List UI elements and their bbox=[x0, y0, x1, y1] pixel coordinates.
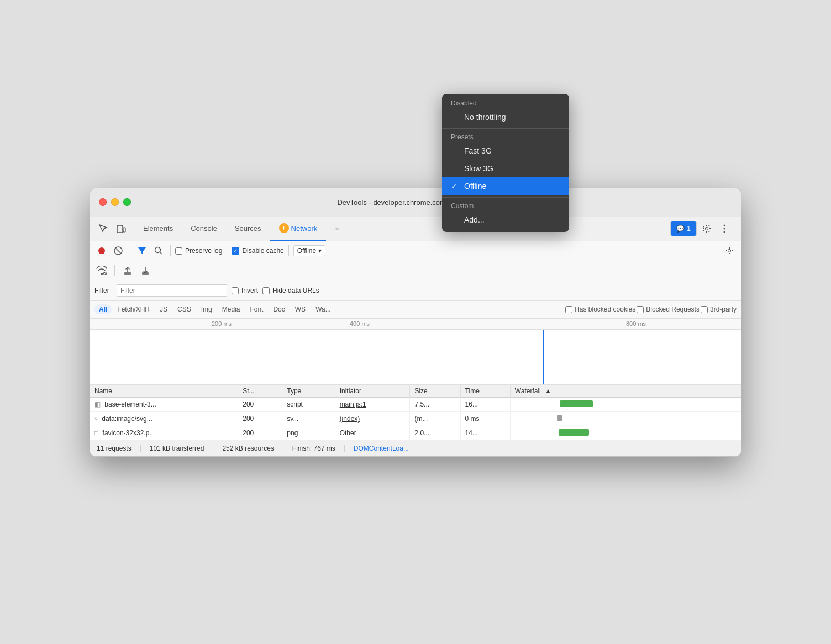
svg-line-7 bbox=[115, 248, 121, 254]
hide-data-urls-label[interactable]: Hide data URLs bbox=[262, 287, 319, 294]
has-blocked-cookies-label[interactable]: Has blocked cookies bbox=[565, 305, 635, 313]
maximize-button[interactable] bbox=[123, 198, 131, 206]
resources-size: 252 kB resources bbox=[222, 445, 274, 452]
filter-tab-media[interactable]: Media bbox=[218, 304, 245, 314]
preserve-log-checkbox[interactable] bbox=[175, 247, 182, 255]
cell-waterfall-2 bbox=[510, 426, 741, 440]
status-bar: 11 requests 101 kB transferred 252 kB re… bbox=[90, 441, 741, 456]
transferred-size: 101 kB transferred bbox=[150, 445, 204, 452]
col-waterfall[interactable]: Waterfall ▲ bbox=[510, 385, 741, 398]
timeline-ruler: 200 ms 400 ms 800 ms bbox=[90, 319, 741, 330]
menu-item-offline[interactable]: ✓ Offline bbox=[442, 188, 569, 196]
filter-tab-fetch-xhr[interactable]: Fetch/XHR bbox=[113, 304, 154, 314]
filter-tab-ws[interactable]: WS bbox=[291, 304, 310, 314]
requests-count: 11 requests bbox=[97, 445, 132, 452]
col-time[interactable]: Time bbox=[460, 385, 510, 398]
tab-elements[interactable]: Elements bbox=[134, 217, 182, 241]
issues-badge[interactable]: 💬 1 bbox=[670, 221, 697, 236]
toolbar-row2 bbox=[90, 261, 741, 281]
row-icon-1: ▿ bbox=[94, 415, 98, 423]
filter-button[interactable] bbox=[135, 244, 149, 258]
timeline-graph[interactable] bbox=[90, 330, 741, 385]
svg-point-4 bbox=[724, 231, 725, 233]
issues-count: 1 bbox=[687, 225, 691, 233]
filter-tab-doc[interactable]: Doc bbox=[269, 304, 289, 314]
filter-tab-js[interactable]: JS bbox=[155, 304, 172, 314]
menu-item-label-offline: Offline bbox=[464, 188, 560, 191]
tab-network[interactable]: ! Network bbox=[270, 217, 327, 241]
filter-tab-wasm[interactable]: Wa... bbox=[311, 304, 335, 314]
third-party-checkbox[interactable] bbox=[701, 306, 708, 313]
has-blocked-cookies-checkbox[interactable] bbox=[565, 306, 572, 313]
blocked-requests-label[interactable]: Blocked Requests bbox=[637, 305, 699, 313]
disable-cache-label[interactable]: ✓ Disable cache bbox=[232, 247, 283, 255]
cell-initiator-2: Other bbox=[335, 426, 410, 440]
hide-data-urls-checkbox[interactable] bbox=[262, 287, 270, 294]
filter-input[interactable] bbox=[117, 284, 227, 297]
cell-status-0: 200 bbox=[238, 397, 282, 411]
tab-sources[interactable]: Sources bbox=[226, 217, 270, 241]
table-row[interactable]: □ favicon-32x32.p... 200 png Other 2.0..… bbox=[90, 426, 741, 440]
close-button[interactable] bbox=[99, 198, 107, 206]
table-row[interactable]: ◧ base-element-3... 200 script main.js:1… bbox=[90, 397, 741, 411]
invert-checkbox[interactable] bbox=[232, 287, 239, 294]
filter-tab-all[interactable]: All bbox=[94, 304, 112, 314]
device-toolbar-icon[interactable] bbox=[112, 220, 130, 237]
dom-content-loaded-link[interactable]: DOMContentLoa... bbox=[354, 445, 409, 452]
col-name[interactable]: Name bbox=[90, 385, 238, 398]
cell-waterfall-1 bbox=[510, 411, 741, 426]
svg-line-9 bbox=[160, 252, 162, 254]
tab-console[interactable]: Console bbox=[182, 217, 226, 241]
download-button[interactable] bbox=[138, 263, 152, 278]
chevron-down-icon: ▾ bbox=[318, 247, 322, 255]
svg-rect-0 bbox=[117, 225, 123, 233]
cell-size-1: (m... bbox=[410, 411, 460, 426]
divider1 bbox=[130, 245, 130, 256]
warning-icon: ! bbox=[279, 223, 289, 233]
col-type[interactable]: Type bbox=[282, 385, 335, 398]
invert-label[interactable]: Invert bbox=[232, 287, 258, 294]
record-button[interactable] bbox=[94, 244, 109, 258]
status-divider2 bbox=[213, 445, 213, 452]
more-options-button[interactable] bbox=[717, 221, 732, 236]
wifi-settings-button[interactable] bbox=[94, 263, 109, 278]
preserve-log-label[interactable]: Preserve log bbox=[175, 247, 222, 255]
search-button[interactable] bbox=[151, 244, 166, 258]
filter-bar: Filter Invert Hide data URLs bbox=[90, 281, 741, 301]
devtools-content: Elements Console Sources ! Network » bbox=[90, 217, 741, 456]
menu-check-offline: ✓ bbox=[451, 188, 460, 191]
row-icon-2: □ bbox=[94, 429, 98, 437]
third-party-label[interactable]: 3rd-party bbox=[701, 305, 737, 313]
cell-time-0: 16... bbox=[460, 397, 510, 411]
svg-rect-1 bbox=[123, 228, 125, 232]
throttle-dropdown[interactable]: Offline ▾ bbox=[293, 245, 325, 256]
status-divider4 bbox=[344, 445, 345, 452]
tab-more[interactable]: » bbox=[326, 217, 348, 241]
inspect-element-icon[interactable] bbox=[94, 220, 112, 237]
upload-button[interactable] bbox=[120, 263, 135, 278]
filter-tab-img[interactable]: Img bbox=[197, 304, 217, 314]
divider5 bbox=[114, 265, 115, 276]
col-status[interactable]: St... bbox=[238, 385, 282, 398]
col-size[interactable]: Size bbox=[410, 385, 460, 398]
tick-200ms: 200 ms bbox=[212, 320, 232, 327]
status-divider1 bbox=[140, 445, 141, 452]
cell-name-2: □ favicon-32x32.p... bbox=[90, 426, 238, 440]
table-header-row: Name St... Type Initiator Size bbox=[90, 385, 741, 398]
load-line bbox=[557, 330, 557, 385]
minimize-button[interactable] bbox=[111, 198, 119, 206]
col-initiator[interactable]: Initiator bbox=[335, 385, 410, 398]
clear-button[interactable] bbox=[111, 244, 125, 258]
tabs-list: Elements Console Sources ! Network » bbox=[134, 217, 670, 241]
dom-content-loaded-line bbox=[543, 330, 544, 385]
filter-tab-font[interactable]: Font bbox=[245, 304, 267, 314]
filter-tab-css[interactable]: CSS bbox=[173, 304, 196, 314]
settings-button[interactable] bbox=[699, 221, 714, 236]
menu-item-add[interactable]: Add... bbox=[442, 211, 569, 229]
network-settings-button[interactable] bbox=[722, 244, 737, 258]
divider4 bbox=[288, 245, 289, 256]
svg-point-5 bbox=[98, 247, 105, 254]
table-row[interactable]: ▿ data:image/svg... 200 sv... (index) (m… bbox=[90, 411, 741, 426]
blocked-requests-checkbox[interactable] bbox=[637, 306, 644, 313]
cell-time-1: 0 ms bbox=[460, 411, 510, 426]
